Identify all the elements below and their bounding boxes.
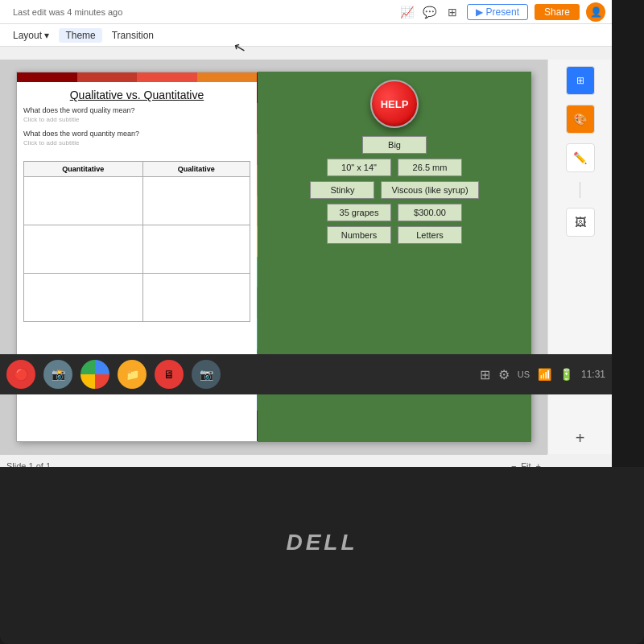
taskbar-app-photo[interactable]: 📷 bbox=[192, 360, 221, 389]
taskbar-app-camera[interactable]: 📸 bbox=[43, 360, 72, 389]
slide-title: Qualitative vs. Quantitative bbox=[23, 89, 250, 101]
menu-item-theme[interactable]: Theme bbox=[59, 28, 101, 43]
menu-bar: Layout ▾ Theme Transition bbox=[0, 24, 612, 47]
battery-icon: 🔋 bbox=[559, 368, 573, 381]
taskbar-app-chrome[interactable] bbox=[80, 360, 109, 389]
table-cell bbox=[24, 177, 143, 225]
table-cell bbox=[24, 274, 143, 322]
menu-item-transition[interactable]: Transition bbox=[105, 28, 160, 43]
add-slide-icon[interactable]: + bbox=[576, 429, 585, 448]
table-header-quantitative: Quantitative bbox=[24, 162, 143, 177]
insert-icon[interactable]: ⊞ bbox=[444, 4, 460, 20]
photo-icon[interactable]: 🖼 bbox=[566, 208, 595, 237]
wifi-icon: 📶 bbox=[538, 368, 551, 381]
table-cell bbox=[24, 225, 143, 274]
edit-icon[interactable]: ✏️ bbox=[566, 143, 595, 172]
words-row-0: Big bbox=[266, 136, 523, 154]
subtitle1-placeholder[interactable]: Click to add subtitle bbox=[23, 116, 250, 123]
comparison-table: Quantitative Qualitative bbox=[23, 161, 250, 322]
subtitle2-placeholder[interactable]: Click to add subtitle bbox=[23, 139, 250, 147]
word-box-mm[interactable]: 26.5 mm bbox=[398, 159, 462, 176]
words-row-1: 10" x 14" 26.5 mm bbox=[266, 159, 523, 176]
question2: What does the word quantity mean? bbox=[23, 130, 250, 138]
word-box-grapes[interactable]: 35 grapes bbox=[327, 204, 391, 221]
dell-logo: DELL bbox=[286, 530, 357, 555]
table-header-qualitative: Qualitative bbox=[142, 162, 250, 177]
question1: What does the word quality mean? bbox=[23, 106, 250, 114]
word-box-viscous[interactable]: Viscous (like syrup) bbox=[381, 181, 478, 199]
taskbar-app-files[interactable]: 📁 bbox=[118, 360, 147, 389]
words-row-4: Numbers Letters bbox=[266, 226, 523, 244]
divider bbox=[580, 182, 580, 198]
words-row-2: Stinky Viscous (like syrup) bbox=[266, 181, 523, 199]
settings-icon[interactable]: ⚙ bbox=[498, 367, 510, 382]
comment-icon[interactable]: 💬 bbox=[422, 4, 438, 20]
table-cell bbox=[142, 225, 250, 274]
network-info: US bbox=[518, 369, 530, 379]
word-box-letters[interactable]: Letters bbox=[398, 226, 462, 244]
slide-area[interactable]: Qualitative vs. Quantitative What does t… bbox=[0, 60, 547, 454]
words-row-3: 35 grapes $300.00 bbox=[266, 204, 523, 221]
share-button[interactable]: Share bbox=[535, 4, 580, 20]
present-icon: ▶ bbox=[476, 6, 483, 18]
menu-item-layout[interactable]: Layout ▾ bbox=[6, 28, 56, 43]
laptop-body: DELL bbox=[0, 467, 644, 644]
help-button[interactable]: HELP bbox=[370, 80, 419, 128]
word-box-money[interactable]: $300.00 bbox=[398, 204, 462, 221]
taskbar-right: ⊞ ⚙ US 📶 🔋 11:31 bbox=[480, 367, 605, 382]
right-sidebar: ⊞ 🎨 ✏️ 🖼 + bbox=[547, 60, 612, 454]
theme-icon[interactable]: 🎨 bbox=[566, 105, 595, 134]
avatar-icon[interactable]: 👤 bbox=[586, 2, 605, 22]
table-cell bbox=[142, 274, 250, 322]
present-button[interactable]: ▶ Present bbox=[467, 4, 528, 20]
last-edit-text: Last edit was 4 minutes ago bbox=[13, 7, 122, 17]
taskbar-app-display[interactable]: 🖥 bbox=[155, 360, 184, 389]
word-box-dimensions[interactable]: 10" x 14" bbox=[327, 159, 391, 176]
taskbar-app-red[interactable]: 🔴 bbox=[6, 360, 35, 389]
word-box-big[interactable]: Big bbox=[362, 136, 427, 154]
word-box-stinky[interactable]: Stinky bbox=[310, 181, 374, 199]
trend-icon[interactable]: 📈 bbox=[399, 4, 415, 20]
screen: Last edit was 4 minutes ago 📈 💬 ⊞ ▶ Pres… bbox=[0, 0, 612, 475]
time: 11:31 bbox=[581, 369, 605, 380]
top-toolbar: Last edit was 4 minutes ago 📈 💬 ⊞ ▶ Pres… bbox=[0, 0, 612, 24]
chrome-taskbar: 🔴 📸 📁 🖥 📷 ⊞ ⚙ US 📶 🔋 11:31 bbox=[0, 354, 612, 394]
slides-panel-icon[interactable]: ⊞ bbox=[566, 66, 595, 95]
table-cell bbox=[142, 177, 250, 225]
screen-icon: ⊞ bbox=[480, 367, 490, 382]
word-box-numbers[interactable]: Numbers bbox=[327, 226, 391, 244]
toolbar-right: 📈 💬 ⊞ ▶ Present Share 👤 bbox=[399, 2, 605, 22]
